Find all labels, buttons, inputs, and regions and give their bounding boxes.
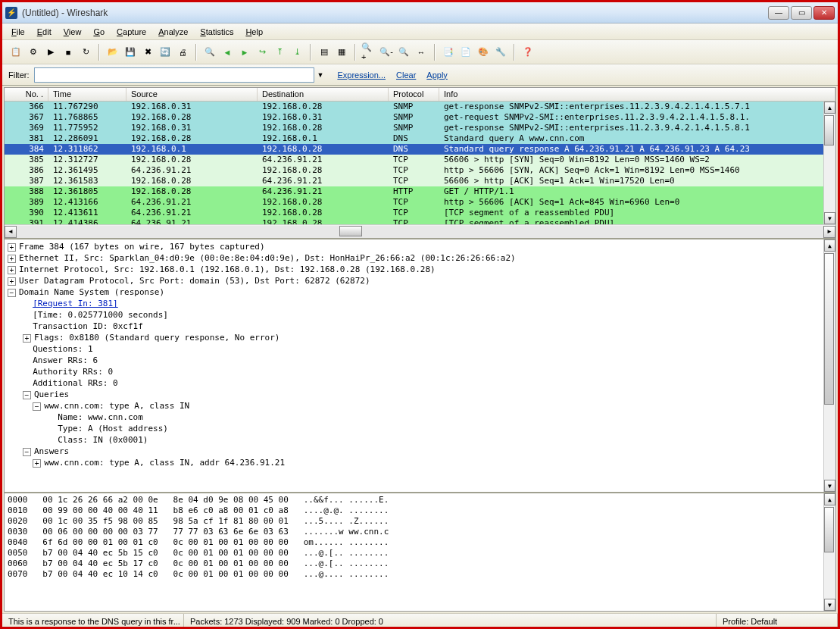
packet-row[interactable]: 39012.41361164.236.91.21192.168.0.28TCP[… bbox=[5, 208, 835, 218]
expander-icon[interactable]: + bbox=[8, 255, 16, 263]
zoomin-icon[interactable]: 🔍+ bbox=[361, 45, 376, 60]
expander-icon[interactable]: + bbox=[8, 243, 16, 252]
scroll-up-icon[interactable]: ▲ bbox=[824, 102, 835, 114]
prefs-icon[interactable]: 🔧 bbox=[493, 45, 508, 60]
packet-details-pane[interactable]: +Frame 384 (167 bytes on wire, 167 bytes… bbox=[5, 239, 835, 493]
packet-bytes-pane[interactable]: ▲ ▼ 0000 00 1c 26 26 66 a2 00 0e 8e 04 d… bbox=[5, 493, 835, 611]
expander-icon[interactable]: + bbox=[33, 459, 41, 468]
zoom100-icon[interactable]: 🔍 bbox=[396, 45, 411, 60]
tree-dns[interactable]: Domain Name System (response) bbox=[19, 287, 164, 297]
help-icon[interactable]: ❓ bbox=[520, 45, 536, 60]
tree-query-class[interactable]: Class: IN (0x0001) bbox=[58, 435, 148, 445]
expander-icon[interactable]: − bbox=[33, 402, 41, 411]
coloring-rules-icon[interactable]: 🎨 bbox=[476, 45, 491, 60]
tree-query-type[interactable]: Type: A (Host address) bbox=[58, 424, 168, 433]
expander-icon[interactable]: + bbox=[23, 334, 31, 343]
minimize-button[interactable]: — bbox=[768, 6, 789, 20]
packet-row[interactable]: 36711.768865192.168.0.28192.168.0.31SNMP… bbox=[5, 112, 835, 123]
reload-icon[interactable]: 🔄 bbox=[158, 45, 173, 60]
tree-auth-rr[interactable]: Authority RRs: 0 bbox=[33, 367, 113, 377]
forward-icon[interactable]: ► bbox=[237, 45, 252, 60]
col-info[interactable]: Info bbox=[439, 88, 835, 101]
col-source[interactable]: Source bbox=[126, 88, 258, 101]
tree-time[interactable]: [Time: 0.025771000 seconds] bbox=[33, 310, 168, 320]
stop-capture-icon[interactable]: ■ bbox=[61, 45, 76, 60]
tree-answers-rr[interactable]: Answer RRs: 6 bbox=[33, 355, 98, 365]
menu-view[interactable]: View bbox=[58, 25, 88, 39]
hex-line[interactable]: 0000 00 1c 26 26 66 a2 00 0e 8e 04 d0 9e… bbox=[8, 495, 832, 505]
expander-icon[interactable]: + bbox=[8, 266, 16, 274]
packet-row[interactable]: 38712.361583192.168.0.2864.236.91.21TCP5… bbox=[5, 176, 835, 186]
tree-ethernet[interactable]: Ethernet II, Src: Sparklan_04:d0:9e (00:… bbox=[19, 253, 516, 263]
tree-questions[interactable]: Questions: 1 bbox=[33, 344, 92, 354]
packet-list-body[interactable]: 36611.767290192.168.0.31192.168.0.28SNMP… bbox=[5, 102, 835, 224]
packet-row[interactable]: 38412.311862192.168.0.1192.168.0.28DNSSt… bbox=[5, 144, 835, 155]
scroll-left-icon[interactable]: ◄ bbox=[5, 226, 17, 238]
menu-statistics[interactable]: Statistics bbox=[194, 25, 239, 39]
details-vscroll[interactable]: ▲ ▼ bbox=[823, 239, 835, 492]
maximize-button[interactable]: ▭ bbox=[791, 6, 812, 20]
col-no[interactable]: No. . bbox=[5, 88, 48, 101]
resize-cols-icon[interactable]: ↔ bbox=[414, 45, 429, 60]
colorize-icon[interactable]: ▤ bbox=[317, 45, 332, 60]
scroll-right-icon[interactable]: ► bbox=[823, 226, 835, 238]
hex-line[interactable]: 0070 b7 00 04 40 ec 10 14 c0 0c 00 01 00… bbox=[8, 569, 832, 580]
packet-list-hscroll[interactable]: ◄ ► bbox=[5, 224, 835, 238]
tree-txid[interactable]: Transaction ID: 0xcf1f bbox=[33, 321, 143, 331]
filter-dropdown-icon[interactable]: ▼ bbox=[317, 71, 324, 79]
close-icon[interactable]: ✖ bbox=[140, 45, 155, 60]
interfaces-icon[interactable]: 📋 bbox=[8, 45, 23, 60]
find-icon[interactable]: 🔍 bbox=[202, 45, 217, 60]
menu-help[interactable]: Help bbox=[239, 25, 269, 39]
packet-row[interactable]: 38912.41316664.236.91.21192.168.0.28TCPh… bbox=[5, 197, 835, 208]
hex-line[interactable]: 0030 00 06 00 00 00 00 03 77 77 77 03 63… bbox=[8, 527, 832, 537]
scroll-thumb[interactable] bbox=[824, 253, 834, 405]
packet-row[interactable]: 38612.36149564.236.91.21192.168.0.28TCPh… bbox=[5, 165, 835, 176]
packet-row[interactable]: 38812.361805192.168.0.2864.236.91.21HTTP… bbox=[5, 186, 835, 197]
packet-list-vscroll[interactable]: ▲ ▼ bbox=[823, 102, 835, 224]
menu-edit[interactable]: Edit bbox=[31, 25, 58, 39]
scroll-up-icon[interactable]: ▲ bbox=[824, 493, 835, 505]
hex-line[interactable]: 0050 b7 00 04 40 ec 5b 15 c0 0c 00 01 00… bbox=[8, 548, 832, 559]
back-icon[interactable]: ◄ bbox=[220, 45, 235, 60]
tree-flags[interactable]: Flags: 0x8180 (Standard query response, … bbox=[34, 333, 280, 343]
packet-row[interactable]: 36911.775952192.168.0.31192.168.0.28SNMP… bbox=[5, 123, 835, 133]
last-icon[interactable]: ⤓ bbox=[289, 45, 304, 60]
restart-capture-icon[interactable]: ↻ bbox=[78, 45, 93, 60]
tree-answers[interactable]: Answers bbox=[34, 446, 69, 456]
save-icon[interactable]: 💾 bbox=[123, 45, 138, 60]
apply-link[interactable]: Apply bbox=[426, 70, 448, 80]
autoscroll-icon[interactable]: ▦ bbox=[334, 45, 349, 60]
expander-icon[interactable]: − bbox=[23, 391, 31, 399]
tree-frame[interactable]: Frame 384 (167 bytes on wire, 167 bytes … bbox=[19, 242, 265, 252]
menu-file[interactable]: File bbox=[5, 25, 31, 39]
goto-icon[interactable]: ↪ bbox=[254, 45, 270, 60]
packet-row[interactable]: 38112.286091192.168.0.28192.168.0.1DNSSt… bbox=[5, 133, 835, 144]
col-protocol[interactable]: Protocol bbox=[389, 88, 439, 101]
display-filters-icon[interactable]: 📄 bbox=[458, 45, 473, 60]
expander-icon[interactable]: − bbox=[8, 289, 16, 297]
expression-link[interactable]: Expression... bbox=[337, 70, 386, 80]
print-icon[interactable]: 🖨 bbox=[175, 45, 190, 60]
capture-filters-icon[interactable]: 📑 bbox=[441, 45, 456, 60]
tree-request-in[interactable]: [Request In: 381] bbox=[33, 299, 118, 308]
expander-icon[interactable]: − bbox=[23, 448, 31, 456]
packet-row[interactable]: 38512.312727192.168.0.2864.236.91.21TCP5… bbox=[5, 155, 835, 165]
packet-row[interactable]: 39112.41438664.236.91.21192.168.0.28TCP[… bbox=[5, 218, 835, 224]
tree-ip[interactable]: Internet Protocol, Src: 192.168.0.1 (192… bbox=[19, 264, 436, 274]
tree-query-name[interactable]: Name: www.cnn.com bbox=[58, 412, 143, 422]
scroll-thumb[interactable] bbox=[824, 115, 834, 146]
scroll-down-icon[interactable]: ▼ bbox=[824, 599, 835, 611]
col-destination[interactable]: Destination bbox=[258, 88, 389, 101]
scroll-thumb[interactable] bbox=[824, 507, 834, 552]
scroll-track[interactable] bbox=[17, 226, 823, 238]
close-button[interactable]: ✕ bbox=[813, 6, 835, 20]
hex-line[interactable]: 0040 6f 6d 00 00 01 00 01 c0 0c 00 01 00… bbox=[8, 537, 832, 548]
clear-link[interactable]: Clear bbox=[396, 70, 416, 80]
scroll-thumb[interactable] bbox=[339, 226, 362, 236]
tree-udp[interactable]: User Datagram Protocol, Src Port: domain… bbox=[19, 276, 370, 286]
hex-line[interactable]: 0010 00 99 00 00 40 00 40 11 b8 e6 c0 a8… bbox=[8, 505, 832, 516]
col-time[interactable]: Time bbox=[48, 88, 126, 101]
menu-go[interactable]: Go bbox=[87, 25, 111, 39]
packet-row[interactable]: 36611.767290192.168.0.31192.168.0.28SNMP… bbox=[5, 102, 835, 112]
